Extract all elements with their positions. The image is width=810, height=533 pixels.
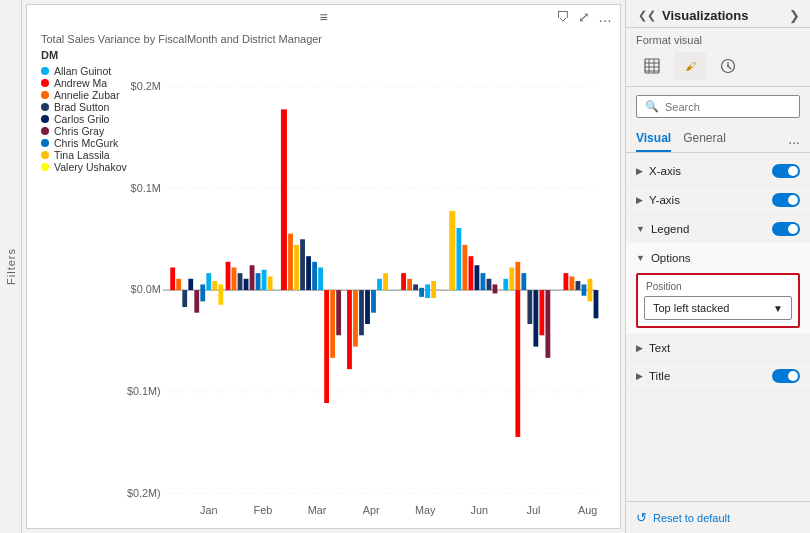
tabs-more-icon[interactable]: ... (788, 131, 800, 147)
svg-rect-22 (188, 279, 193, 290)
svg-rect-19 (170, 268, 175, 291)
right-panel: ❮❮ Visualizations ❯ Format visual (625, 0, 810, 533)
legend-dot (41, 115, 49, 123)
accordion-xaxis-header[interactable]: ▶ X-axis (626, 157, 810, 185)
legend-dot (41, 127, 49, 135)
svg-rect-21 (182, 290, 187, 307)
svg-text:Feb: Feb (254, 505, 273, 516)
svg-text:($0.1M): ($0.1M) (127, 386, 161, 397)
svg-rect-58 (431, 281, 436, 298)
svg-rect-23 (194, 290, 199, 313)
legend-item-label: Valery Ushakov (54, 161, 127, 173)
legend-toggle[interactable] (772, 222, 800, 236)
yaxis-label: Y-axis (649, 194, 680, 206)
svg-rect-62 (469, 256, 474, 290)
title-toggle[interactable] (772, 369, 800, 383)
position-dropdown[interactable]: Top left stacked ▼ (644, 296, 792, 320)
viz-panel-title: Visualizations (662, 8, 748, 23)
svg-rect-81 (588, 279, 593, 302)
svg-rect-26 (212, 281, 217, 290)
svg-rect-48 (359, 290, 364, 335)
svg-text:🖌: 🖌 (685, 60, 696, 72)
svg-rect-51 (377, 279, 382, 290)
table-icon-btn[interactable] (636, 52, 668, 80)
back-icon[interactable]: ❮❮ (638, 9, 656, 22)
svg-rect-68 (509, 268, 514, 291)
svg-text:May: May (415, 505, 436, 516)
svg-rect-82 (594, 290, 599, 318)
svg-rect-39 (300, 239, 305, 290)
svg-rect-34 (262, 270, 267, 290)
svg-text:$0.2M: $0.2M (131, 81, 161, 92)
chart-toolbar: ≡ ⛉ ⤢ … (27, 5, 620, 29)
svg-text:$0.1M: $0.1M (131, 183, 161, 194)
legend-item: Annelie Zubar (41, 89, 127, 101)
tab-visual[interactable]: Visual (636, 126, 671, 152)
filter-icon[interactable]: ⛉ (556, 9, 570, 25)
legend-dot (41, 151, 49, 159)
tab-general[interactable]: General (683, 126, 726, 152)
accordion-legend-header[interactable]: ▼ Legend (626, 215, 810, 243)
reset-section[interactable]: ↺ Reset to default (626, 501, 810, 533)
search-input[interactable] (665, 101, 803, 113)
yaxis-toggle[interactable] (772, 193, 800, 207)
svg-rect-78 (570, 277, 575, 291)
format-icons-row: 🖌 (636, 52, 800, 80)
legend-item-label: Brad Sutton (54, 101, 109, 113)
accordion-yaxis-header[interactable]: ▶ Y-axis (626, 186, 810, 214)
svg-rect-49 (365, 290, 370, 324)
legend-item-label: Annelie Zubar (54, 89, 119, 101)
expand-icon[interactable]: ⤢ (578, 9, 590, 25)
svg-rect-71 (527, 290, 532, 324)
xaxis-toggle[interactable] (772, 164, 800, 178)
format-paintbrush-btn[interactable]: 🖌 (674, 52, 706, 80)
forward-icon[interactable]: ❯ (789, 8, 800, 23)
analytics-icon-btn[interactable] (712, 52, 744, 80)
svg-text:$0.0M: $0.0M (131, 285, 161, 296)
search-icon: 🔍 (645, 100, 659, 113)
svg-rect-56 (419, 288, 424, 297)
accordion-list: ▶ X-axis ▶ Y-axis ▼ Legend (626, 153, 810, 501)
tabs-row: Visual General ... (626, 126, 810, 153)
svg-rect-76 (515, 290, 520, 437)
svg-rect-57 (425, 284, 430, 298)
viz-header: ❮❮ Visualizations ❯ (626, 0, 810, 28)
more-icon[interactable]: … (598, 9, 612, 25)
svg-rect-77 (564, 273, 569, 290)
position-section: Position Top left stacked ▼ (636, 273, 800, 328)
accordion-title-header[interactable]: ▶ Title (626, 362, 810, 390)
legend-dot (41, 91, 49, 99)
search-box[interactable]: 🔍 (636, 95, 800, 118)
drag-handle-icon[interactable]: ≡ (319, 9, 327, 25)
svg-rect-74 (545, 290, 550, 358)
dropdown-chevron-icon: ▼ (773, 303, 783, 314)
svg-rect-61 (462, 245, 467, 290)
svg-rect-69 (515, 262, 520, 290)
chart-area: ≡ ⛉ ⤢ … Total Sales Variance by FiscalMo… (26, 4, 621, 529)
svg-text:($0.2M): ($0.2M) (127, 488, 161, 499)
legend-dot (41, 103, 49, 111)
svg-rect-32 (250, 265, 255, 290)
legend-item-label: Carlos Grilo (54, 113, 109, 125)
svg-rect-53 (401, 273, 406, 290)
options-chevron-down-icon: ▼ (636, 253, 645, 263)
legend-item: Chris Gray (41, 125, 127, 137)
svg-text:Apr: Apr (363, 505, 380, 516)
svg-rect-37 (288, 234, 293, 290)
format-visual-label: Format visual (636, 34, 800, 46)
accordion-text-header[interactable]: ▶ Text (626, 335, 810, 361)
accordion-yaxis: ▶ Y-axis (626, 186, 810, 215)
reset-label: Reset to default (653, 512, 730, 524)
svg-rect-55 (413, 284, 418, 290)
svg-rect-73 (539, 290, 544, 335)
options-header[interactable]: ▼ Options (636, 247, 800, 269)
legend-item-label: Andrew Ma (54, 77, 107, 89)
legend-item: Tina Lassila (41, 149, 127, 161)
svg-rect-42 (318, 268, 323, 291)
svg-rect-24 (200, 284, 205, 301)
svg-rect-45 (336, 290, 341, 335)
format-visual-section: Format visual 🖌 (626, 28, 810, 87)
accordion-legend: ▼ Legend ▼ Options Position Top left sta… (626, 215, 810, 335)
chevron-right-icon: ▶ (636, 195, 643, 205)
accordion-xaxis: ▶ X-axis (626, 157, 810, 186)
